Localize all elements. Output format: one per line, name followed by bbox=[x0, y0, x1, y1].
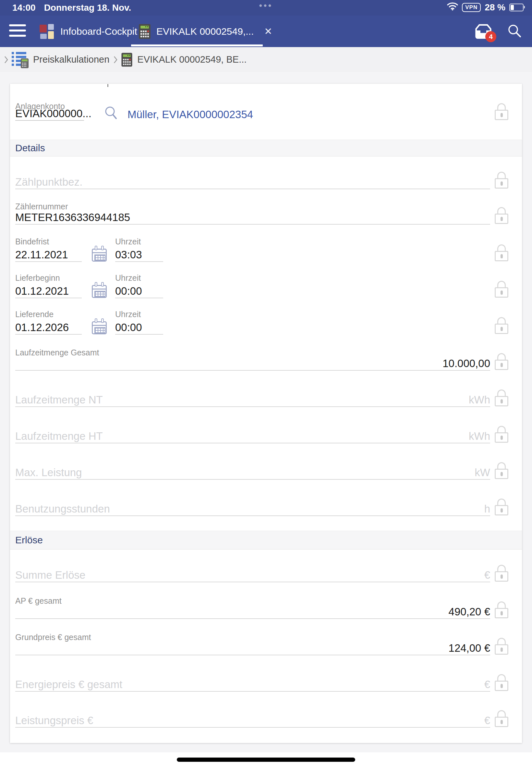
unit-label: € bbox=[484, 714, 490, 727]
value-help-button[interactable] bbox=[104, 105, 118, 121]
page-background: Anlagenkonto EVIAK000000... Müller, EVIA… bbox=[0, 72, 532, 766]
ap-gesamt-input[interactable]: 490,20 € bbox=[15, 604, 490, 619]
tab-evikalk[interactable]: EVIKALK 00002549,... ✕ bbox=[139, 16, 272, 47]
form-card: Anlagenkonto EVIAK000000... Müller, EVIA… bbox=[10, 84, 522, 743]
tab-infoboard-cockpit[interactable]: Infoboard-Cockpit bbox=[40, 16, 137, 47]
unit-label: € bbox=[484, 678, 490, 691]
lock-icon bbox=[495, 244, 508, 261]
unit-label: kW bbox=[475, 466, 490, 479]
max-leistung-input[interactable]: Max. Leistung kW bbox=[15, 465, 490, 480]
lieferbeginn-date-input[interactable]: 01.12.2021 bbox=[15, 283, 82, 298]
lock-icon bbox=[495, 103, 508, 120]
close-tab-icon[interactable]: ✕ bbox=[264, 26, 272, 37]
lieferende-date-input[interactable]: 01.12.2026 bbox=[15, 320, 82, 334]
lock-icon bbox=[495, 172, 508, 188]
breadcrumb-item-evikalk[interactable]: EVIKALK 00002549, BE... bbox=[121, 52, 247, 67]
menu-icon[interactable] bbox=[9, 24, 26, 37]
nav-bar: Infoboard-Cockpit EVIKALK 00002549,... ✕… bbox=[0, 16, 532, 47]
section-erloese: Erlöse bbox=[10, 531, 522, 550]
breadcrumb-label: Preiskalkulationen bbox=[33, 54, 109, 65]
unit-label: kWh bbox=[469, 394, 490, 407]
list-calculator-icon bbox=[12, 51, 29, 68]
battery-percent: 28 % bbox=[485, 2, 505, 13]
lieferbeginn-time-input[interactable]: 00:00 bbox=[115, 283, 163, 298]
lieferbeginn-label: Lieferbeginn bbox=[15, 273, 60, 283]
inbox-button[interactable]: 4 bbox=[474, 23, 492, 40]
bindefrist-date-input[interactable]: 22.11.2021 bbox=[15, 247, 82, 262]
lock-icon bbox=[495, 565, 508, 582]
laufzeitmenge-nt-input[interactable]: Laufzeitmenge NT kWh bbox=[15, 392, 490, 407]
calculator-icon bbox=[122, 53, 132, 66]
lock-icon bbox=[495, 710, 508, 727]
lock-icon bbox=[495, 462, 508, 479]
bindefrist-time-label: Uhrzeit bbox=[115, 237, 141, 246]
status-bar: 14:00 Donnerstag 18. Nov. ••• VPN 28 % bbox=[0, 0, 532, 16]
anlagenkonto-link[interactable]: Müller, EVIAK0000002354 bbox=[127, 108, 253, 121]
bindefrist-time-input[interactable]: 03:03 bbox=[115, 247, 163, 262]
section-details: Details bbox=[10, 140, 522, 156]
breadcrumb: Preiskalkulationen EVIKALK 00002549, BE.… bbox=[0, 47, 532, 72]
home-indicator[interactable] bbox=[177, 758, 355, 762]
wifi-icon bbox=[447, 2, 458, 13]
grundpreis-gesamt-input[interactable]: 124,00 € bbox=[15, 640, 490, 655]
inbox-badge: 4 bbox=[485, 31, 496, 42]
lock-icon bbox=[495, 602, 508, 618]
calendar-icon[interactable] bbox=[92, 318, 107, 334]
lock-icon bbox=[495, 353, 508, 370]
zaehlpunktbez-input[interactable]: Zählpunktbez. bbox=[15, 174, 490, 189]
lock-icon bbox=[495, 281, 508, 298]
lieferende-label: Lieferende bbox=[15, 310, 54, 319]
unit-label: kWh bbox=[469, 430, 490, 443]
lock-icon bbox=[495, 426, 508, 443]
vpn-badge: VPN bbox=[462, 3, 481, 12]
lieferbeginn-time-label: Uhrzeit bbox=[115, 273, 141, 283]
lock-icon bbox=[495, 674, 508, 691]
breadcrumb-label: EVIKALK 00002549, BE... bbox=[137, 54, 247, 65]
chevron-right-icon bbox=[4, 55, 8, 64]
calendar-icon[interactable] bbox=[92, 282, 107, 298]
summe-erloese-input[interactable]: Summe Erlöse € bbox=[15, 567, 490, 582]
search-button[interactable] bbox=[507, 23, 522, 40]
lock-icon bbox=[495, 638, 508, 655]
leistungspreis-input[interactable]: Leistungspreis € € bbox=[15, 713, 490, 728]
scroll-artifact bbox=[107, 84, 108, 87]
unit-label: h bbox=[484, 503, 490, 516]
lock-icon bbox=[495, 499, 508, 516]
value-help-search-icon bbox=[104, 105, 118, 121]
chevron-right-icon bbox=[113, 55, 118, 64]
breadcrumb-item-preiskalkulationen[interactable]: Preiskalkulationen bbox=[12, 51, 109, 68]
calendar-icon[interactable] bbox=[92, 246, 107, 262]
tab-label: EVIKALK 00002549,... bbox=[156, 26, 254, 37]
unit-label: € bbox=[484, 569, 490, 582]
lieferende-time-input[interactable]: 00:00 bbox=[115, 320, 163, 334]
tab-label: Infoboard-Cockpit bbox=[60, 26, 137, 37]
energiepreis-gesamt-input[interactable]: Energiepreis € gesamt € bbox=[15, 677, 490, 692]
lock-icon bbox=[495, 317, 508, 334]
laufzeitmenge-ht-input[interactable]: Laufzeitmenge HT kWh bbox=[15, 429, 490, 444]
laufzeitmenge-gesamt-input[interactable]: 10.000,00 bbox=[15, 356, 490, 371]
battery-icon bbox=[509, 4, 524, 11]
active-tab-indicator bbox=[131, 44, 263, 46]
bindefrist-label: Bindefrist bbox=[15, 237, 49, 246]
calculator-icon bbox=[139, 24, 151, 39]
benutzungsstunden-input[interactable]: Benutzungsstunden h bbox=[15, 501, 490, 516]
search-icon bbox=[507, 23, 522, 39]
lock-icon bbox=[495, 390, 508, 407]
anlagenkonto-input[interactable]: EVIAK000000... bbox=[15, 106, 84, 121]
lock-icon bbox=[495, 207, 508, 224]
lieferende-time-label: Uhrzeit bbox=[115, 310, 141, 319]
zaehlernummer-input[interactable]: METER1636336944185 bbox=[15, 210, 490, 225]
dashboard-tiles-icon bbox=[40, 24, 54, 39]
